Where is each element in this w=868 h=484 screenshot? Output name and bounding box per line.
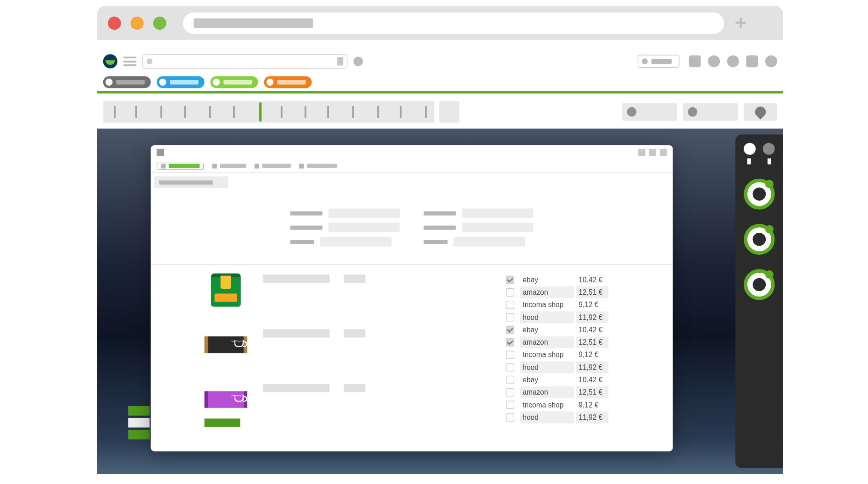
price-row[interactable]: amazon 12,51 € (506, 286, 661, 298)
timeline-pin-button[interactable] (744, 103, 777, 121)
product-row[interactable]: ‿‿ (205, 383, 497, 416)
side-action-1[interactable] (744, 179, 775, 210)
marketplace-checkbox[interactable] (506, 288, 514, 296)
context-pill-4[interactable] (264, 76, 312, 88)
marketplace-checkbox[interactable] (506, 388, 514, 396)
address-bar[interactable] (183, 12, 724, 34)
address-bar-text (194, 18, 313, 28)
product-image (205, 273, 248, 307)
search-input[interactable] (142, 54, 347, 68)
modal-close-icon[interactable] (660, 149, 667, 156)
modal-tab-2[interactable] (212, 164, 246, 168)
accent-divider (97, 91, 783, 94)
minimize-window-icon[interactable] (130, 16, 144, 30)
marketplace-name: amazon (520, 336, 574, 348)
modal-maximize-icon[interactable] (649, 149, 657, 156)
side-indicator-2[interactable] (763, 143, 775, 155)
header-icon-4[interactable] (746, 55, 758, 67)
header-action-icon[interactable] (353, 56, 363, 66)
form-input-1[interactable] (328, 209, 400, 218)
window-controls (108, 16, 166, 30)
side-action-3[interactable] (744, 269, 775, 300)
marketplace-checkbox[interactable] (506, 350, 514, 358)
product-badge (205, 418, 240, 427)
context-pill-1[interactable] (103, 76, 151, 88)
product-image: ‿‿ (205, 328, 248, 362)
price-row[interactable]: hood 11,92 € (506, 411, 661, 423)
marketplace-name: amazon (520, 386, 574, 398)
price-row[interactable]: hood 11,92 € (506, 361, 661, 373)
header-icon-3[interactable] (727, 55, 739, 67)
form-input-6[interactable] (454, 237, 525, 247)
modal-tab-3[interactable] (255, 164, 291, 168)
maximize-window-icon[interactable] (153, 16, 167, 30)
marketplace-checkbox[interactable] (506, 401, 514, 409)
right-side-panel (735, 135, 783, 468)
marketplace-checkbox[interactable] (506, 363, 514, 371)
price-row[interactable]: hood 11,92 € (506, 311, 661, 323)
modal-tab-4[interactable] (299, 164, 337, 168)
price-row[interactable]: amazon 12,51 € (506, 386, 661, 398)
marketplace-checkbox[interactable] (506, 300, 514, 308)
marketplace-price: 9,12 € (576, 298, 608, 310)
price-row[interactable]: ebay 10,42 € (506, 273, 661, 286)
marketplace-checkbox[interactable] (506, 338, 514, 346)
modal-minimize-icon[interactable] (638, 149, 645, 156)
side-sub-1 (747, 159, 751, 165)
price-row[interactable]: tricoma shop 9,12 € (506, 348, 661, 361)
form-input-4[interactable] (462, 209, 534, 218)
app-logo-icon[interactable] (103, 54, 117, 68)
marketplace-price-list: ebay 10,42 € amazon 12,51 € tricoma shop… (506, 273, 661, 443)
form-input-2[interactable] (328, 223, 400, 232)
product-list: ‿‿ ‿‿ (163, 273, 496, 443)
marketplace-price: 10,42 € (576, 324, 608, 336)
marketplace-price: 12,51 € (576, 286, 608, 298)
modal-tab-1[interactable] (157, 162, 204, 170)
marketplace-name: hood (520, 361, 574, 373)
side-action-2[interactable] (744, 224, 775, 255)
browser-chrome: + (97, 6, 783, 40)
side-indicator-1[interactable] (744, 143, 756, 155)
marketplace-price: 11,92 € (576, 411, 608, 423)
price-row[interactable]: amazon 12,51 € (506, 336, 661, 348)
context-pill-2[interactable] (157, 76, 205, 88)
header-icon-1[interactable] (689, 55, 701, 67)
form-input-5[interactable] (462, 223, 534, 232)
header-icon-5[interactable] (765, 55, 777, 67)
header-icon-group (689, 55, 777, 67)
sidebar-mini-widget (128, 406, 150, 442)
header-status-pill[interactable] (638, 55, 679, 68)
marketplace-name: tricoma shop (520, 298, 574, 310)
product-modal: ‿‿ ‿‿ (151, 145, 673, 451)
form-input-3[interactable] (320, 237, 392, 247)
marketplace-checkbox[interactable] (506, 325, 514, 334)
price-row[interactable]: tricoma shop 9,12 € (506, 398, 661, 411)
timeline-action-button[interactable] (439, 101, 459, 123)
price-row[interactable]: tricoma shop 9,12 € (506, 298, 661, 311)
price-row[interactable]: ebay 10,42 € (506, 373, 661, 385)
modal-app-icon (157, 149, 164, 156)
app-header (97, 48, 783, 75)
marketplace-price: 10,42 € (576, 374, 608, 385)
timeline-ruler[interactable] (103, 101, 434, 123)
marketplace-checkbox[interactable] (506, 313, 514, 321)
close-window-icon[interactable] (108, 16, 121, 30)
marketplace-checkbox[interactable] (506, 275, 514, 284)
modal-window-controls (638, 149, 667, 156)
marketplace-name: ebay (520, 374, 574, 385)
product-row[interactable]: ‿‿ (205, 328, 497, 383)
marketplace-price: 11,92 € (576, 311, 608, 323)
header-icon-2[interactable] (708, 55, 720, 67)
context-pill-3[interactable] (211, 76, 258, 88)
marketplace-name: hood (520, 411, 574, 423)
modal-tabs (151, 160, 673, 173)
timeline-chip-1[interactable] (622, 103, 677, 121)
product-row[interactable] (205, 273, 497, 328)
new-tab-button[interactable]: + (735, 11, 747, 35)
marketplace-checkbox[interactable] (506, 375, 514, 384)
price-row[interactable]: ebay 10,42 € (506, 323, 661, 336)
marketplace-checkbox[interactable] (506, 413, 514, 421)
marketplace-price: 9,12 € (576, 399, 608, 411)
timeline-chip-2[interactable] (683, 103, 738, 121)
menu-icon[interactable] (123, 56, 137, 66)
